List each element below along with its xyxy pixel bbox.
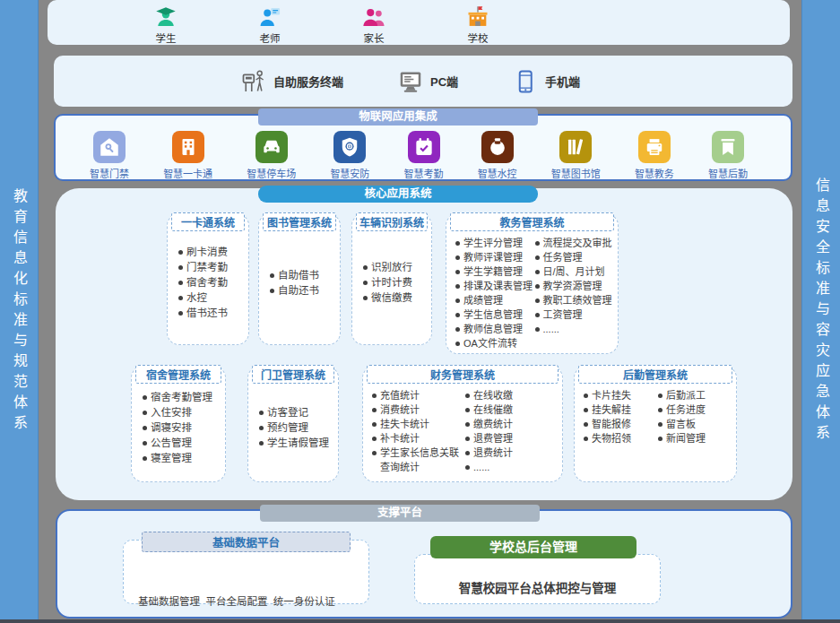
- item-column: 在线收缴在线催缴缴费统计退费管理退费统计......: [465, 388, 557, 478]
- list-item: 宿舍考勤: [178, 275, 243, 290]
- logistics-icon: [716, 135, 740, 159]
- base-data-platform-box: 基础数据平台 基础数据管理 平台全局配置 统一身份认证 用户账户与权限管理 单点…: [123, 540, 369, 604]
- bullet-icon: [143, 426, 147, 430]
- system-title-academic-system: 教务管理系统: [450, 212, 614, 231]
- bullet-icon: [658, 422, 662, 427]
- bullet-icon: [658, 437, 662, 441]
- smart-campus-architecture-diagram: 教育信息化标准与规范体系 信息安全标准与容灾应急体系 学生老师家长学校 自助服务…: [0, 0, 840, 623]
- list-item: 门禁考勤: [178, 260, 243, 275]
- phone-icon: [512, 68, 539, 95]
- system-box-finance-system: 财务管理系统充值统计消费统计挂失卡统计补卡统计学生家长信息关联查询统计在线收缴在…: [362, 366, 563, 482]
- bullet-icon: [270, 273, 274, 278]
- user-label-teacher: 老师: [260, 30, 281, 45]
- base-data-platform-title: 基础数据平台: [142, 532, 351, 552]
- list-item: 后勤派工: [658, 388, 731, 402]
- list-item: 挂失解挂: [584, 402, 656, 417]
- list-item: 工资管理: [535, 307, 613, 322]
- bullet-icon: [455, 313, 460, 317]
- core-applications-panel: 核心应用系统 一卡通系统刷卡消费门禁考勤宿舍考勤水控借书还书图书管理系统自助借书…: [56, 188, 792, 500]
- iot-tile-academic: [638, 131, 671, 163]
- bullet-icon: [178, 296, 183, 300]
- bullet-icon: [465, 465, 470, 470]
- list-item: 访客登记: [259, 405, 333, 420]
- list-item: 自助还书: [270, 283, 334, 299]
- list-item: 缴费统计: [465, 417, 557, 431]
- terminal-label-phone: 手机端: [545, 73, 580, 90]
- water-icon: [486, 135, 509, 159]
- bullet-icon: [372, 437, 377, 441]
- list-item: 学生学籍管理: [455, 264, 533, 279]
- list-item: 水控: [178, 290, 243, 306]
- system-title-dorm-system: 宿舍管理系统: [135, 365, 221, 384]
- list-item: 在线催缴: [465, 402, 557, 417]
- list-item: OA文件流转: [455, 336, 533, 350]
- bullet-icon: [178, 250, 183, 255]
- list-item: 自助借书: [270, 268, 334, 283]
- terminal-label-pc: PC端: [430, 73, 458, 90]
- left-standards-label: 教育信息化标准与规范体系: [8, 188, 30, 436]
- parking-icon: [260, 135, 283, 159]
- list-item: 留言板: [658, 417, 731, 431]
- base-data-platform-text: 基础数据管理 平台全局配置 统一身份认证 用户账户与权限管理 单点登录: [124, 541, 368, 623]
- bullet-icon: [535, 241, 540, 246]
- list-item: 流程提交及审批: [535, 236, 613, 250]
- list-item: ......: [465, 460, 557, 474]
- iot-tile-library: [559, 131, 592, 163]
- user-item-student: 学生: [137, 0, 195, 45]
- bullet-icon: [259, 411, 264, 415]
- user-label-student: 学生: [156, 30, 177, 45]
- list-item: 教师评课管理: [455, 250, 533, 264]
- iot-label-security: 智慧安防: [330, 166, 369, 180]
- list-item: 宿舍考勤管理: [143, 390, 220, 405]
- support-platform-panel: 支撑平台 基础数据平台 基础数据管理 平台全局配置 统一身份认证 用户账户与权限…: [56, 509, 792, 619]
- iot-label-card: 智慧一卡通: [163, 166, 212, 180]
- iot-label-academic: 智慧教务: [635, 166, 674, 180]
- terminal-item-kiosk: 自助服务终端: [240, 68, 343, 95]
- bullet-icon: [465, 408, 470, 412]
- user-label-parents: 家长: [364, 30, 385, 45]
- system-title-library-system: 图书管理系统: [263, 212, 336, 231]
- iot-section-badge: 物联网应用集成: [258, 108, 538, 125]
- system-box-logistics-system: 后勤管理系统卡片挂失挂失解挂智能报修失物招领后勤派工任务进度留言板新闻管理: [574, 366, 737, 482]
- system-title-gate-system: 门卫管理系统: [252, 365, 334, 384]
- iot-item-logistics: 智慧后勤: [708, 131, 748, 180]
- kiosk-icon: [240, 68, 267, 95]
- bullet-icon: [535, 313, 540, 317]
- bullet-icon: [372, 408, 377, 412]
- bullet-icon: [535, 284, 540, 289]
- terminal-label-kiosk: 自助服务终端: [273, 73, 343, 90]
- system-box-library-system: 图书管理系统自助借书自助还书: [258, 213, 341, 345]
- iot-label-parking: 智慧停车场: [247, 166, 296, 180]
- security-icon: [338, 135, 361, 159]
- list-item: 教学资源管理: [535, 279, 613, 293]
- iot-tile-parking: [255, 131, 288, 163]
- bullet-icon: [455, 342, 460, 346]
- bullet-icon: [143, 395, 147, 400]
- bullet-icon: [465, 451, 470, 455]
- school-admin-desc: 智慧校园平台总体把控与管理: [415, 578, 660, 596]
- iot-tile-card: [172, 131, 204, 163]
- list-item: 学生请假管理: [259, 436, 333, 451]
- school-admin-title: 学校总后台管理: [430, 536, 636, 558]
- core-section-badge: 核心应用系统: [258, 186, 538, 203]
- list-item: 补卡统计: [372, 431, 463, 446]
- list-item: 排课及课表管理: [455, 279, 533, 293]
- bullet-icon: [455, 270, 460, 274]
- bullet-icon: [584, 437, 588, 441]
- bullet-icon: [372, 422, 377, 427]
- iot-item-academic: 智慧教务: [635, 131, 674, 180]
- iot-item-library: 智慧图书馆: [551, 131, 601, 180]
- system-box-academic-system: 教务管理系统学生评分管理教师评课管理学生学籍管理排课及课表管理成绩管理学生信息管…: [446, 213, 619, 354]
- list-item: 公告管理: [143, 436, 220, 451]
- bullet-icon: [259, 426, 264, 430]
- iot-label-logistics: 智慧后勤: [708, 166, 748, 180]
- iot-item-card: 智慧一卡通: [163, 131, 212, 180]
- bullet-icon: [178, 281, 183, 285]
- iot-tile-security: [333, 131, 366, 163]
- list-item: 挂失卡统计: [372, 417, 463, 431]
- list-item: 识别放行: [363, 260, 426, 275]
- bullet-icon: [465, 394, 470, 398]
- system-box-dorm-system: 宿舍管理系统宿舍考勤管理入住安排调寝安排公告管理寝室管理: [131, 366, 226, 482]
- terminal-item-phone: 手机端: [512, 68, 580, 95]
- right-standards-bar: 信息安全标准与容灾应急体系: [801, 0, 840, 623]
